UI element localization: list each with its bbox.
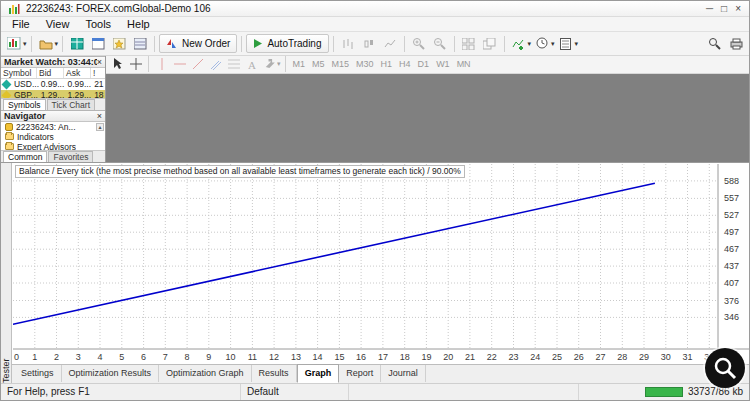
data-window-toggle-icon[interactable]: [88, 35, 108, 53]
print-icon[interactable]: [726, 35, 746, 53]
trendline-tool-icon[interactable]: [189, 56, 206, 72]
timeframe-mn[interactable]: MN: [454, 58, 474, 70]
vertical-line-tool-icon[interactable]: [153, 56, 170, 72]
zoom-overlay-icon[interactable]: [705, 348, 745, 388]
toolbar-separator: [504, 36, 505, 52]
svg-text:346: 346: [724, 312, 739, 322]
svg-text:588: 588: [724, 176, 739, 186]
svg-text:19: 19: [421, 352, 431, 362]
minimize-button[interactable]: ─: [706, 2, 713, 16]
new-chart-caret-icon[interactable]: ▾: [23, 40, 27, 48]
tab-journal[interactable]: Journal: [381, 365, 426, 382]
tab-tick-chart[interactable]: Tick Chart: [47, 99, 95, 110]
status-profile[interactable]: Default: [241, 384, 349, 400]
tab-report[interactable]: Report: [339, 365, 381, 382]
timeframe-d1[interactable]: D1: [415, 58, 433, 70]
symbol-bid: 1.29...: [39, 90, 66, 98]
tile-windows-icon[interactable]: [459, 35, 479, 53]
horizontal-line-tool-icon[interactable]: [171, 56, 188, 72]
crosshair-icon[interactable]: [127, 56, 144, 72]
autotrading-button[interactable]: AutoTrading: [246, 34, 328, 53]
timeframe-h1[interactable]: H1: [378, 58, 396, 70]
tester-tab-bar: Settings Optimization Results Optimizati…: [12, 364, 749, 383]
traffic-label: 33737/86 kb: [688, 386, 743, 397]
tab-favorites[interactable]: Favorites: [48, 151, 93, 162]
menu-help[interactable]: Help: [120, 17, 157, 31]
market-watch-toggle-icon[interactable]: [67, 35, 87, 53]
profiles-caret-icon[interactable]: ▾: [55, 40, 59, 48]
tab-results[interactable]: Results: [252, 365, 297, 382]
status-spacer: [349, 384, 579, 400]
scroll-up-icon[interactable]: ▴: [96, 123, 104, 131]
timeframe-h4[interactable]: H4: [396, 58, 414, 70]
timeframe-w1[interactable]: W1: [433, 58, 453, 70]
symbol-row[interactable]: GBP... 1.29... 1.29... 18: [1, 90, 105, 98]
new-order-button[interactable]: New Order: [159, 34, 237, 53]
tester-balance-graph[interactable]: 0123456789101112131415161718192021222324…: [13, 164, 749, 364]
navigator-item-account[interactable]: 22236243: An...: [1, 122, 105, 132]
fibonacci-tool-icon[interactable]: [225, 56, 242, 72]
svg-text:29: 29: [639, 352, 649, 362]
timeframe-m15[interactable]: M15: [329, 58, 353, 70]
line-chart-mode-icon[interactable]: [380, 35, 400, 53]
arrows-tool-icon[interactable]: [261, 56, 278, 72]
periods-icon[interactable]: [532, 35, 552, 53]
column-spread[interactable]: !: [91, 68, 104, 78]
tab-optimization-results[interactable]: Optimization Results: [62, 365, 160, 382]
templates-icon[interactable]: [556, 35, 576, 53]
zoom-in-icon[interactable]: [409, 35, 429, 53]
search-icon[interactable]: [704, 35, 724, 53]
close-button[interactable]: ×: [735, 2, 741, 16]
indicators-icon[interactable]: [509, 35, 529, 53]
svg-text:25: 25: [552, 352, 562, 362]
bar-chart-mode-icon[interactable]: [338, 35, 358, 53]
text-tool-icon[interactable]: A: [243, 56, 260, 72]
navigator-close-icon[interactable]: ×: [97, 111, 102, 121]
column-symbol[interactable]: Symbol: [1, 68, 37, 78]
svg-text:31: 31: [682, 352, 692, 362]
navigator-toggle-icon[interactable]: [109, 35, 129, 53]
tab-optimization-graph[interactable]: Optimization Graph: [159, 365, 252, 382]
tester-graph-area: 0123456789101112131415161718192021222324…: [12, 163, 749, 364]
new-chart-icon[interactable]: [4, 35, 24, 53]
candlestick-mode-icon[interactable]: [359, 35, 379, 53]
folder-icon: [5, 133, 14, 140]
periods-caret-icon[interactable]: ▾: [551, 40, 555, 48]
menu-view[interactable]: View: [39, 17, 77, 31]
arrows-caret-icon[interactable]: ▾: [277, 60, 281, 68]
svg-text:527: 527: [724, 210, 739, 220]
templates-caret-icon[interactable]: ▾: [575, 40, 579, 48]
cascade-windows-icon[interactable]: [480, 35, 500, 53]
navigator-item-indicators[interactable]: Indicators: [1, 132, 105, 142]
menu-file[interactable]: File: [5, 17, 37, 31]
column-ask[interactable]: Ask: [64, 68, 91, 78]
workspace-row: Market Watch: 03:44:00 × Symbol Bid Ask …: [1, 56, 749, 162]
navigator-item-label: 22236243: An...: [16, 122, 76, 132]
title-bar: 22236243: FOREX.comGlobal-Demo 106 ─ □ ×: [1, 1, 749, 17]
timeframe-m1[interactable]: M1: [290, 58, 309, 70]
tab-symbols[interactable]: Symbols: [3, 99, 46, 110]
market-watch-close-icon[interactable]: ×: [97, 57, 102, 67]
navigator-item-expert-advisors[interactable]: Expert Advisors: [1, 142, 105, 150]
svg-text:0: 0: [14, 352, 19, 362]
tab-settings[interactable]: Settings: [14, 365, 62, 382]
tester-side-tab[interactable]: Tester: [1, 163, 12, 383]
indicators-caret-icon[interactable]: ▾: [528, 40, 532, 48]
timeframe-m30[interactable]: M30: [353, 58, 377, 70]
cursor-icon[interactable]: [109, 56, 126, 72]
market-watch-column-headers: Symbol Bid Ask !: [1, 68, 105, 79]
terminal-toggle-icon[interactable]: [130, 35, 150, 53]
toolbar-separator: [454, 36, 455, 52]
svg-text:17: 17: [378, 352, 388, 362]
menu-tools[interactable]: Tools: [78, 17, 118, 31]
profiles-icon[interactable]: [36, 35, 56, 53]
tester-side-label: Tester: [1, 166, 11, 383]
symbol-row[interactable]: USD... 0.99... 0.99... 21: [1, 79, 105, 90]
column-bid[interactable]: Bid: [37, 68, 64, 78]
channel-tool-icon[interactable]: [207, 56, 224, 72]
tab-common[interactable]: Common: [3, 151, 47, 162]
timeframe-m5[interactable]: M5: [309, 58, 328, 70]
maximize-button[interactable]: □: [721, 2, 727, 16]
tab-graph[interactable]: Graph: [297, 364, 340, 383]
zoom-out-icon[interactable]: [430, 35, 450, 53]
